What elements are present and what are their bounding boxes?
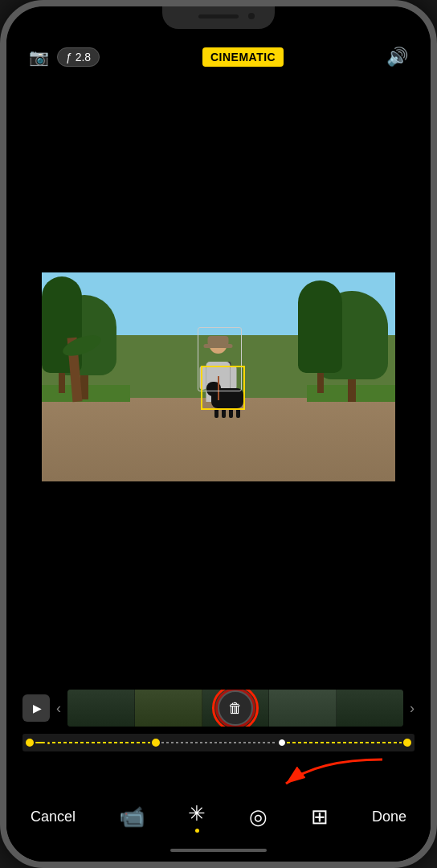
delete-icon: 🗑	[228, 700, 243, 717]
phone-screen: 📷 ƒ 2.8 CINEMATIC 🔊	[6, 6, 431, 862]
brightness-icon: ✳	[188, 801, 206, 826]
bottom-controls: ▶ ‹	[6, 678, 431, 862]
focus-active-dot	[152, 739, 160, 747]
scene-background	[42, 272, 395, 481]
toolbar: Cancel 📹 ✳ ◎ ⊞ Done	[6, 792, 431, 839]
mute-button[interactable]	[0, 111, 1, 139]
focus-icon: ◎	[249, 805, 268, 829]
notch-camera	[248, 13, 255, 19]
focus-track-inner	[26, 739, 411, 747]
timeline-strip[interactable]: 🗑	[67, 690, 403, 727]
done-button[interactable]: Done	[372, 809, 406, 825]
notch	[162, 6, 275, 29]
timeline-left-arrow[interactable]: ‹	[56, 700, 61, 717]
camera-icon: 📷	[29, 47, 49, 67]
crop-button[interactable]: ⊞	[311, 805, 329, 829]
focus-button[interactable]: ◎	[249, 805, 268, 829]
focus-dots-right	[287, 742, 402, 743]
brightness-dot	[195, 829, 199, 833]
delete-button[interactable]: 🗑	[218, 690, 253, 726]
play-button[interactable]: ▶	[22, 694, 50, 722]
focus-dots-left	[35, 742, 150, 744]
dog	[211, 388, 243, 408]
volume-down-button[interactable]	[0, 203, 1, 244]
timeline-right-arrow[interactable]: ›	[410, 700, 415, 717]
focus-end-dot	[403, 739, 411, 747]
palm-left	[70, 338, 80, 402]
speaker-icon[interactable]: 🔊	[386, 47, 408, 68]
timeline-container: ▶ ‹	[6, 686, 431, 731]
video-area	[6, 76, 431, 678]
focus-start-dot	[26, 739, 34, 747]
focus-dots-mid	[161, 742, 276, 743]
video-preview	[42, 272, 395, 481]
home-indicator	[6, 839, 431, 862]
home-bar	[170, 849, 267, 852]
crop-icon: ⊞	[311, 805, 329, 829]
top-bar-left: 📷 ƒ 2.8	[29, 47, 100, 67]
cinematic-badge[interactable]: CINEMATIC	[202, 47, 284, 67]
notch-speaker	[198, 14, 239, 18]
aperture-badge[interactable]: ƒ 2.8	[57, 47, 100, 67]
phone-frame: 📷 ƒ 2.8 CINEMATIC 🔊	[0, 0, 437, 868]
arrow-annotation	[22, 751, 415, 792]
red-arrow-svg	[238, 751, 398, 792]
tree-right-2	[298, 280, 342, 393]
video-camera-button[interactable]: 📹	[119, 805, 145, 829]
cancel-button[interactable]: Cancel	[31, 809, 76, 825]
focus-white-dot	[279, 739, 285, 746]
video-camera-icon: 📹	[119, 805, 145, 829]
play-icon: ▶	[33, 702, 42, 714]
volume-up-button[interactable]	[0, 151, 1, 191]
focus-track[interactable]	[22, 734, 415, 751]
brightness-button[interactable]: ✳	[188, 801, 206, 833]
